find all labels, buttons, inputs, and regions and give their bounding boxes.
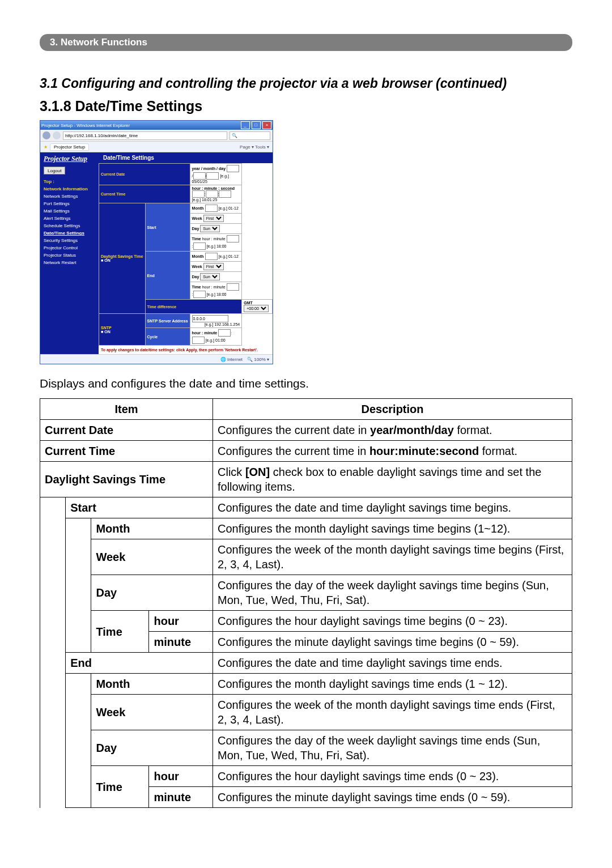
maximize-icon[interactable]: □ — [252, 121, 261, 129]
row-s-week-desc: Configures the week of the month dayligh… — [213, 539, 572, 575]
dst-end-week: Week First — [190, 262, 242, 272]
sidebar-item-schedule-settings[interactable]: Schedule Settings — [40, 222, 99, 229]
favorites-icon[interactable]: ★ — [44, 144, 48, 150]
dst-end-label: End — [145, 252, 190, 300]
row-s-min-item: minute — [149, 632, 213, 653]
sidebar-item-projector-control[interactable]: Projector Control — [40, 244, 99, 252]
chapter-bar: 3. Network Functions — [40, 34, 572, 51]
toolbar-right[interactable]: Page ▾ Tools ▾ — [240, 144, 269, 150]
row-s-day-desc: Configures the day of the week daylight … — [213, 575, 572, 611]
dst-start-min-input[interactable] — [193, 242, 206, 250]
apply-note: To apply changes to date/time settings: … — [99, 346, 273, 354]
row-start-desc: Configures the date and time daylight sa… — [213, 497, 572, 518]
dst-end-week-select[interactable]: First — [203, 263, 224, 270]
row-current-date-item: Current Date — [40, 420, 213, 441]
sidebar-item-network-restart[interactable]: Network Restart — [40, 259, 99, 266]
sntp-on-checkbox[interactable]: ■ ON — [101, 330, 110, 334]
month-input[interactable] — [193, 172, 206, 180]
row-s-hour-item: hour — [149, 611, 213, 632]
dst-start-month: Month [e.g.] 01-12 — [190, 203, 242, 214]
row-e-month-desc: Configures the month daylight savings ti… — [213, 674, 572, 695]
row-e-time-item: Time — [91, 766, 149, 808]
minimize-icon[interactable]: _ — [241, 121, 250, 129]
sidebar-item-security-settings[interactable]: Security Settings — [40, 237, 99, 244]
dst-end-day-select[interactable]: Sun — [200, 273, 220, 280]
status-bar: 🌐 Internet 🔍 100% ▾ — [40, 354, 273, 364]
row-e-month-item: Month — [91, 674, 213, 695]
sntp-cycle-value: hour : minute : [e.g.] 01:00 — [190, 328, 242, 346]
intro-text: Displays and configures the date and tim… — [40, 377, 572, 390]
cycle-hour-input[interactable] — [218, 329, 231, 337]
dst-end-month: Month [e.g.] 01-12 — [190, 252, 242, 262]
hour-input[interactable] — [192, 190, 205, 198]
dst-start-label: Start — [145, 203, 190, 252]
dst-on-checkbox[interactable]: ■ ON — [101, 258, 110, 262]
sidebar-item-date-time-settings[interactable]: Date/Time Settings — [40, 229, 99, 237]
search-input[interactable]: 🔍 — [230, 131, 270, 140]
sidebar-item-projector-status[interactable]: Projector Status — [40, 252, 99, 259]
dst-start-week: Week First — [190, 214, 242, 224]
settings-table: Current Date year / month / day // [e.g.… — [99, 163, 273, 346]
sidebar-logo: Projector Setup — [40, 155, 99, 167]
row-s-day-item: Day — [91, 575, 213, 611]
subsection-title: 3.1.8 Date/Time Settings — [40, 98, 572, 114]
dst-label: Daylight Savings Time ■ ON — [99, 203, 146, 314]
row-s-min-desc: Configures the minute daylight savings t… — [213, 632, 572, 653]
description-table: Item Description Current Date Configures… — [40, 398, 572, 808]
main-panel: Date/Time Settings Current Date year / m… — [99, 152, 273, 354]
row-e-day-desc: Configures the day of the week daylight … — [213, 730, 572, 766]
sidebar-item-port-settings[interactable]: Port Settings — [40, 200, 99, 207]
gmt-select[interactable]: +00:00 — [244, 305, 269, 312]
sntp-label: SNTP ■ ON — [99, 314, 146, 346]
sidebar-item-mail-settings[interactable]: Mail Settings — [40, 207, 99, 215]
address-bar: http://192.168.1.10/admin/date_time 🔍 — [40, 130, 273, 142]
current-time-value: hour : minute : second :: [e.g.] 18:01:2… — [190, 185, 242, 203]
row-s-week-item: Week — [91, 539, 213, 575]
sntp-address-input[interactable] — [192, 315, 228, 322]
row-e-week-desc: Configures the week of the month dayligh… — [213, 695, 572, 730]
close-icon[interactable]: × — [262, 121, 271, 129]
year-input[interactable] — [227, 165, 239, 172]
forward-icon[interactable] — [53, 131, 61, 139]
time-diff-label: Time difference — [145, 300, 242, 314]
dst-end-hour-input[interactable] — [227, 283, 239, 291]
minute-input[interactable] — [206, 190, 218, 198]
sidebar-network-info[interactable]: Network Information — [40, 185, 99, 193]
internet-zone-icon: 🌐 Internet — [220, 357, 243, 362]
sntp-address-label: SNTP Server Address — [145, 314, 190, 328]
sidebar: Projector Setup Logout Top : Network Inf… — [40, 152, 99, 354]
current-date-label: Current Date — [99, 164, 190, 185]
row-e-hour-desc: Configures the hour daylight savings tim… — [213, 766, 572, 787]
row-end-item: End — [66, 653, 213, 674]
row-current-time-desc: Configures the current time in hour:minu… — [213, 441, 572, 462]
back-icon[interactable] — [42, 131, 50, 139]
url-input[interactable]: http://192.168.1.10/admin/date_time — [63, 131, 227, 140]
logout-button[interactable]: Logout — [44, 167, 65, 175]
dst-end-time: Time hour : minute : [e.g.] 18:00 — [190, 282, 242, 300]
cycle-min-input[interactable] — [192, 337, 205, 344]
sidebar-top[interactable]: Top : — [40, 178, 99, 185]
row-e-min-desc: Configures the minute daylight savings t… — [213, 787, 572, 808]
dst-end-day: Day Sun — [190, 272, 242, 282]
sidebar-item-alert-settings[interactable]: Alert Settings — [40, 215, 99, 222]
dst-start-day-select[interactable]: Sun — [200, 225, 220, 232]
row-s-hour-desc: Configures the hour daylight savings tim… — [213, 611, 572, 632]
dst-start-month-input[interactable] — [205, 205, 218, 212]
row-dst-item: Daylight Savings Time — [40, 462, 213, 497]
dst-start-week-select[interactable]: First — [203, 215, 224, 222]
current-time-label: Current Time — [99, 185, 190, 203]
sidebar-item-network-settings[interactable]: Network Settings — [40, 193, 99, 200]
dst-end-month-input[interactable] — [205, 253, 218, 260]
dst-end-min-input[interactable] — [193, 291, 206, 298]
browser-tab[interactable]: Projector Setup — [50, 143, 89, 151]
dst-start-hour-input[interactable] — [227, 235, 239, 242]
col-description: Description — [213, 399, 572, 420]
window-titlebar: Projector Setup - Windows Internet Explo… — [40, 121, 273, 130]
row-current-date-desc: Configures the current date in year/mont… — [213, 420, 572, 441]
zoom-level[interactable]: 🔍 100% ▾ — [247, 357, 269, 362]
second-input[interactable] — [219, 190, 231, 198]
dst-start-time: Time hour : minute : [e.g.] 18:00 — [190, 234, 242, 252]
day-input[interactable] — [206, 172, 219, 180]
current-date-value: year / month / day // [e.g.] 05/01/25 — [190, 164, 242, 185]
row-e-day-item: Day — [91, 730, 213, 766]
